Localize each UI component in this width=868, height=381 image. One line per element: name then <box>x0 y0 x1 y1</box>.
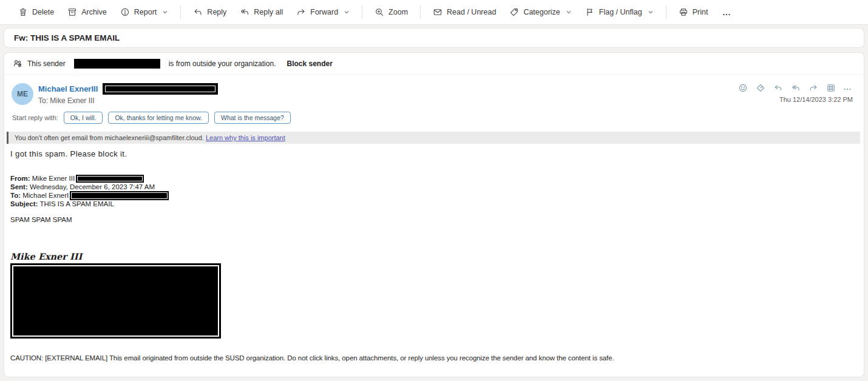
suggested-reply-1[interactable]: Ok, I will. <box>64 112 103 124</box>
print-button[interactable]: Print <box>673 4 714 21</box>
sent-label: Sent: <box>10 183 28 190</box>
read-unread-label: Read / Unread <box>447 8 496 16</box>
suggested-replies: Start reply with: Ok, I will. Ok, thanks… <box>4 105 864 124</box>
from-value: Mike Exner III <box>32 175 75 182</box>
quoted-from-line: From: Mike Exner III <box>10 175 864 183</box>
message-pane: This sender is from outside your organiz… <box>4 52 864 377</box>
magnifier-zoom-icon <box>375 7 384 17</box>
message-actions: ... <box>737 82 853 94</box>
banner-text-after: is from outside your organization. <box>169 59 276 68</box>
redaction-sender-email <box>103 83 218 95</box>
sticker-tag-icon[interactable] <box>754 82 767 94</box>
avatar[interactable]: ME <box>12 83 33 105</box>
sent-value: Wednesday, December 6, 2023 7:47 AM <box>30 183 155 190</box>
people-icon <box>13 59 22 69</box>
chevron-down-icon <box>648 9 654 15</box>
banner-text-before: This sender <box>27 59 66 68</box>
toolbar-divider <box>420 5 421 19</box>
emoji-reaction-icon[interactable] <box>737 82 749 94</box>
redaction-from-email <box>76 175 144 183</box>
suggested-reply-3[interactable]: What is the message? <box>214 112 291 124</box>
forward-icon <box>296 7 306 17</box>
reply-button[interactable]: Reply <box>187 4 232 21</box>
email-subject: Fw: THIS IS A SPAM EMAIL <box>14 33 120 42</box>
forward-icon[interactable] <box>807 82 819 94</box>
reply-all-icon <box>240 7 249 17</box>
tag-icon <box>509 7 519 17</box>
to-value: Michael ExnerI <box>22 192 69 199</box>
apps-grid-icon[interactable] <box>825 82 837 94</box>
redaction-sender-address <box>74 59 160 69</box>
flag-unflag-label: Flag / Unflag <box>599 8 642 16</box>
toolbar-divider <box>666 5 666 19</box>
report-label: Report <box>134 8 157 16</box>
categorize-button[interactable]: Categorize <box>503 4 577 21</box>
subject-card: Fw: THIS IS A SPAM EMAIL <box>4 28 864 48</box>
recipient-line: To: Mike Exner III <box>38 96 218 105</box>
first-contact-notice: You don't often get email from michaelex… <box>7 132 860 144</box>
forward-label: Forward <box>310 8 338 16</box>
message-header: ME Michael ExnerIII To: Mike Exner III .… <box>4 75 864 105</box>
toolbar-divider <box>180 5 181 19</box>
subject-value: THIS IS A SPAM EMAIL <box>39 200 114 207</box>
flag-unflag-button[interactable]: Flag / Unflag <box>579 4 660 21</box>
reply-all-label: Reply all <box>254 8 283 16</box>
quoted-subject-line: Subject: THIS IS A SPAM EMAIL <box>10 200 864 209</box>
from-label: From: <box>10 175 30 182</box>
signature-script: Mike Exner III <box>10 251 864 261</box>
printer-icon <box>679 7 688 17</box>
delete-button[interactable]: Delete <box>12 4 60 21</box>
reply-all-button[interactable]: Reply all <box>234 4 289 21</box>
caution-banner-text: CAUTION: [EXTERNAL EMAIL] This email ori… <box>10 354 864 362</box>
message-date: Thu 12/14/2023 3:22 PM <box>737 96 853 103</box>
zoom-label: Zoom <box>388 8 408 16</box>
redaction-signature-block <box>10 263 221 339</box>
external-sender-banner: This sender is from outside your organiz… <box>4 53 864 75</box>
chevron-down-icon <box>566 9 572 15</box>
to-label: To: <box>10 192 21 199</box>
reply-icon[interactable] <box>772 82 784 94</box>
flag-icon <box>585 7 595 17</box>
toolbar-more-button[interactable]: ... <box>715 4 738 21</box>
quoted-headers: From: Mike Exner III Sent: Wednesday, De… <box>10 175 864 209</box>
report-button[interactable]: Report <box>114 4 175 21</box>
quoted-sent-line: Sent: Wednesday, December 6, 2023 7:47 A… <box>10 183 864 192</box>
chevron-down-icon <box>344 9 350 15</box>
chevron-down-icon <box>162 9 168 15</box>
block-sender-button[interactable]: Block sender <box>287 59 332 68</box>
archive-button[interactable]: Archive <box>61 4 113 21</box>
archive-icon <box>67 7 77 17</box>
suggested-replies-label: Start reply with: <box>12 114 58 121</box>
message-more-button[interactable]: ... <box>843 83 853 93</box>
report-icon <box>120 7 130 17</box>
categorize-label: Categorize <box>523 8 560 16</box>
reply-label: Reply <box>207 8 226 16</box>
trash-icon <box>18 7 28 17</box>
quoted-to-line: To: Michael ExnerI <box>10 191 864 200</box>
reply-all-icon[interactable] <box>790 82 802 94</box>
delete-label: Delete <box>32 8 54 16</box>
suggested-reply-2[interactable]: Ok, thanks for letting me know. <box>108 112 209 124</box>
subject-label: Subject: <box>10 200 38 207</box>
forward-button[interactable]: Forward <box>290 4 356 21</box>
notice-text: You don't often get email from michaelex… <box>15 134 204 141</box>
quoted-body-text: SPAM SPAM SPAM <box>10 216 864 223</box>
print-label: Print <box>693 8 708 16</box>
reply-icon <box>193 7 203 17</box>
message-body-text: I got this spam. Please block it. <box>7 149 864 158</box>
archive-label: Archive <box>81 8 107 16</box>
read-unread-button[interactable]: Read / Unread <box>427 4 502 21</box>
sender-name[interactable]: Michael ExnerIII <box>38 84 98 93</box>
envelope-icon <box>433 7 442 17</box>
toolbar-divider <box>362 5 362 19</box>
redaction-to-email <box>70 191 169 200</box>
zoom-button[interactable]: Zoom <box>368 4 414 21</box>
learn-why-link[interactable]: Learn why this is important <box>206 134 285 141</box>
message-toolbar: Delete Archive Report Reply Reply all Fo… <box>0 0 868 25</box>
